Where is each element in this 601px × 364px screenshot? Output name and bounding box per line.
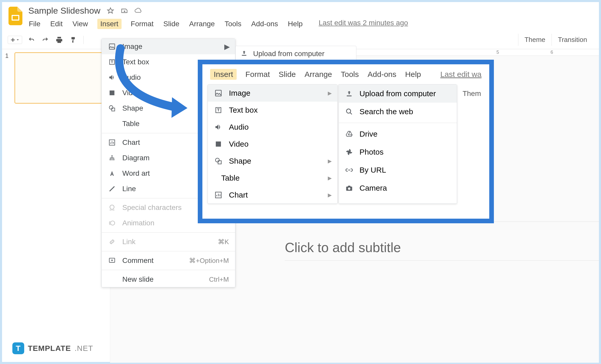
menu-item-label: Image bbox=[122, 42, 142, 51]
callout-last-edit[interactable]: Last edit wa bbox=[440, 70, 482, 79]
drive-icon bbox=[346, 130, 353, 138]
svg-point-4 bbox=[109, 106, 113, 109]
svg-rect-13 bbox=[216, 90, 221, 96]
menu-file[interactable]: File bbox=[28, 19, 41, 29]
shape-icon bbox=[214, 157, 222, 165]
callout-menu-tools[interactable]: Tools bbox=[341, 70, 359, 79]
menu-item-label: Image bbox=[229, 89, 250, 97]
menu-insert[interactable]: Insert bbox=[97, 19, 122, 29]
menu-item-label: Photos bbox=[359, 148, 383, 156]
callout-insert-video[interactable]: Video bbox=[208, 136, 337, 153]
menu-view[interactable]: View bbox=[72, 19, 88, 29]
callout-overlay: Insert Format Slide Arrange Tools Add-on… bbox=[198, 60, 494, 223]
transition-tab[interactable]: Transition bbox=[552, 34, 593, 46]
callout-insert-dropdown: Image ▶ Text box Audio Video Shape bbox=[208, 84, 338, 204]
titlebar: Sample Slideshow File Edit View Insert F… bbox=[2, 2, 599, 29]
menu-item-label: By URL bbox=[359, 166, 386, 174]
shortcut-label: ⌘K bbox=[218, 238, 229, 246]
menu-item-label: Line bbox=[122, 185, 136, 193]
callout-insert-textbox[interactable]: Text box bbox=[208, 102, 337, 119]
callout-insert-audio[interactable]: Audio bbox=[208, 119, 337, 136]
chevron-right-icon: ▶ bbox=[328, 175, 332, 181]
textbox-icon bbox=[214, 106, 222, 114]
menu-item-label: Search the web bbox=[359, 107, 413, 116]
callout-menu-slide[interactable]: Slide bbox=[279, 70, 296, 79]
submenu-camera[interactable]: Camera bbox=[339, 179, 457, 197]
menubar: File Edit View Insert Format Slide Arran… bbox=[28, 19, 408, 29]
menu-item-label: Text box bbox=[122, 58, 149, 66]
slides-logo-icon bbox=[7, 6, 24, 26]
callout-menu-format[interactable]: Format bbox=[245, 70, 270, 79]
star-icon[interactable] bbox=[107, 7, 114, 15]
video-icon bbox=[214, 140, 222, 148]
callout-insert-chart[interactable]: Chart ▶ bbox=[208, 187, 337, 203]
menu-arrange[interactable]: Arrange bbox=[189, 19, 216, 29]
slide-subtitle-placeholder[interactable]: Click to add subtitle bbox=[285, 240, 599, 255]
redo-button[interactable] bbox=[41, 35, 50, 45]
menu-item-label: Text box bbox=[229, 106, 258, 114]
search-icon bbox=[346, 108, 353, 115]
menu-item-label: Chart bbox=[122, 138, 140, 147]
upload-icon bbox=[241, 50, 248, 58]
menu-item-label: Diagram bbox=[122, 154, 150, 162]
submenu-drive[interactable]: Drive bbox=[339, 125, 457, 143]
menu-addons[interactable]: Add-ons bbox=[251, 19, 279, 29]
slide-thumbnail[interactable] bbox=[14, 52, 102, 104]
theme-tab[interactable]: Theme bbox=[518, 34, 552, 46]
menu-help[interactable]: Help bbox=[287, 19, 303, 29]
svg-point-10 bbox=[113, 159, 115, 161]
callout-insert-image[interactable]: Image ▶ bbox=[208, 85, 337, 102]
menu-item-label: Comment bbox=[122, 256, 153, 265]
camera-icon bbox=[346, 184, 353, 192]
cloud-status-icon[interactable] bbox=[134, 7, 142, 15]
callout-menu-addons[interactable]: Add-ons bbox=[368, 70, 397, 79]
menu-item-label: Table bbox=[221, 174, 240, 182]
special-chars-icon bbox=[108, 203, 116, 212]
menu-item-label: Shape bbox=[229, 157, 251, 165]
last-edit-link[interactable]: Last edit was 2 minutes ago bbox=[319, 19, 408, 29]
toolbar-separator bbox=[83, 36, 84, 44]
insert-image-item[interactable]: Image ▶ bbox=[102, 39, 235, 54]
new-slide-button[interactable] bbox=[8, 36, 22, 44]
chevron-right-icon: ▶ bbox=[328, 90, 332, 96]
menu-item-label: Chart bbox=[229, 191, 248, 199]
undo-button[interactable] bbox=[27, 35, 36, 45]
callout-menu-insert[interactable]: Insert bbox=[210, 69, 237, 80]
app-window: Sample Slideshow File Edit View Insert F… bbox=[2, 2, 599, 362]
diagram-icon bbox=[108, 154, 116, 162]
print-button[interactable] bbox=[55, 35, 64, 45]
chevron-right-icon: ▶ bbox=[328, 192, 332, 198]
submenu-upload-computer[interactable]: Upload from computer bbox=[339, 85, 457, 103]
callout-theme-label: Them bbox=[462, 84, 486, 204]
menu-slide[interactable]: Slide bbox=[163, 19, 180, 29]
callout-insert-shape[interactable]: Shape ▶ bbox=[208, 153, 337, 170]
insert-comment-item[interactable]: Comment ⌘+Option+M bbox=[102, 253, 235, 268]
svg-point-7 bbox=[111, 155, 113, 157]
image-submenu-partial[interactable]: Upload from computer bbox=[235, 46, 356, 62]
menu-item-label: Table bbox=[122, 120, 140, 128]
shortcut-label: ⌘+Option+M bbox=[189, 257, 229, 265]
submenu-search-web[interactable]: Search the web bbox=[339, 103, 457, 121]
textbox-icon bbox=[108, 58, 116, 66]
move-icon[interactable] bbox=[121, 7, 128, 15]
menu-item-label: Word art bbox=[122, 169, 150, 177]
svg-rect-2 bbox=[109, 44, 115, 49]
submenu-by-url[interactable]: By URL bbox=[339, 161, 457, 179]
shortcut-label: Ctrl+M bbox=[209, 276, 229, 283]
callout-insert-table[interactable]: Table ▶ bbox=[208, 170, 337, 187]
menu-item-label: Audio bbox=[229, 123, 249, 131]
document-title[interactable]: Sample Slideshow bbox=[28, 6, 100, 16]
menu-item-label: Video bbox=[229, 140, 248, 148]
insert-new-slide-item[interactable]: New slide Ctrl+M bbox=[102, 272, 235, 287]
insert-link-item: Link ⌘K bbox=[102, 234, 235, 250]
paint-format-button[interactable] bbox=[68, 35, 78, 45]
menu-format[interactable]: Format bbox=[130, 19, 154, 29]
submenu-photos[interactable]: Photos bbox=[339, 143, 457, 161]
callout-menu-help[interactable]: Help bbox=[405, 70, 421, 79]
menu-tools[interactable]: Tools bbox=[224, 19, 242, 29]
watermark-suffix: .NET bbox=[74, 344, 93, 353]
menu-edit[interactable]: Edit bbox=[50, 19, 63, 29]
photos-icon bbox=[346, 148, 353, 156]
svg-point-15 bbox=[216, 158, 219, 162]
callout-menu-arrange[interactable]: Arrange bbox=[305, 70, 332, 79]
